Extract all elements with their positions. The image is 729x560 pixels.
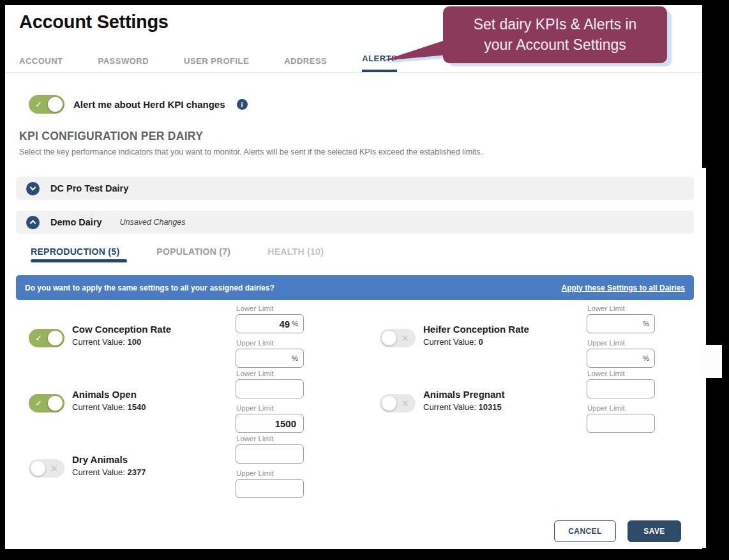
kpi-toggle[interactable]: ✕ (29, 459, 64, 478)
kpi-name: Heifer Conception Rate (423, 324, 529, 335)
dairy-name: DC Pro Test Dairy (50, 183, 128, 193)
callout-arrow (383, 35, 447, 64)
upper-limit-label: Upper Limit (236, 404, 304, 412)
kpi-row-cow-conception-rate: ✓ Cow Conception Rate Current Value: 100… (16, 303, 335, 368)
toggle-knob (31, 461, 45, 476)
chevron-up-icon[interactable] (26, 216, 40, 229)
toggle-knob (382, 396, 396, 411)
lower-limit-label: Lower Limit (587, 305, 655, 312)
percent-suffix: % (643, 320, 649, 328)
tab-reproduction[interactable]: REPRODUCTION (5) (31, 246, 119, 257)
info-icon[interactable]: i (237, 99, 248, 110)
apply-settings-banner: Do you want to apply the same settings t… (16, 275, 694, 300)
upper-limit-field (236, 414, 304, 433)
upper-limit-field: % (236, 349, 304, 368)
page-title: Account Settings (19, 11, 169, 33)
tab-bar-divider (5, 72, 702, 73)
kpi-toggle[interactable]: ✓ (29, 329, 64, 347)
kpi-row-animals-pregnant: ✕ Animals Pregnant Current Value: 10315 … (367, 368, 686, 434)
chevron-down-icon[interactable] (26, 182, 40, 195)
callout-text-line1: Set dairy KPIs & Alerts in (474, 15, 637, 34)
lower-limit-input[interactable] (239, 319, 290, 329)
toggle-knob (382, 331, 396, 345)
kpi-row-dry-animals: ✕ Dry Animals Current Value: 2377 Lower … (16, 434, 335, 499)
kpi-name: Animals Pregnant (423, 389, 505, 400)
lower-limit-input[interactable] (239, 449, 296, 460)
dairy-name: Demo Dairy (50, 217, 102, 227)
lower-limit-field (236, 379, 304, 398)
toggle-knob (48, 97, 63, 112)
cancel-button[interactable]: CANCEL (554, 520, 616, 542)
main-tab-bar: ACCOUNT PASSWORD USER PROFILE ADDRESS AL… (19, 54, 397, 72)
check-icon: ✓ (35, 399, 42, 407)
upper-limit-input[interactable] (590, 418, 647, 429)
active-tab-underline (31, 259, 127, 262)
x-icon: ✕ (401, 398, 409, 408)
tab-population[interactable]: POPULATION (7) (156, 246, 230, 257)
lower-limit-input[interactable] (239, 384, 296, 395)
kpi-row-heifer-conception-rate: ✕ Heifer Conception Rate Current Value: … (367, 303, 686, 368)
upper-limit-input[interactable] (239, 483, 296, 494)
toggle-knob (48, 396, 63, 411)
screenshot-frame: Account Settings ACCOUNT PASSWORD USER P… (0, 0, 729, 560)
kpi-configuration-description: Select the key performance indicators th… (19, 148, 483, 156)
tab-account[interactable]: ACCOUNT (19, 56, 63, 72)
lower-limit-label: Lower Limit (236, 370, 304, 377)
dairy-panel-demo-dairy[interactable]: Demo Dairy Unsaved Changes (16, 211, 694, 234)
tab-health[interactable]: HEALTH (10) (267, 246, 324, 257)
callout-tooltip: Set dairy KPIs & Alerts in your Account … (443, 6, 667, 63)
tab-address[interactable]: ADDRESS (284, 56, 327, 72)
upper-limit-input[interactable] (239, 353, 290, 364)
kpi-current-value: Current Value: 2377 (72, 467, 146, 477)
lower-limit-input[interactable] (590, 319, 641, 329)
kpi-name: Cow Conception Rate (72, 324, 171, 335)
kpi-toggle[interactable]: ✕ (380, 329, 416, 347)
herd-kpi-alert-row: ✓ Alert me about Herd KPI changes i (29, 95, 248, 114)
upper-limit-field (587, 414, 655, 433)
herd-kpi-alert-toggle[interactable]: ✓ (29, 95, 64, 114)
x-icon: ✕ (401, 333, 409, 343)
lower-limit-label: Lower Limit (236, 305, 304, 312)
banner-question: Do you want to apply the same settings t… (25, 284, 274, 292)
apply-settings-to-all-dairies-link[interactable]: Apply these Settings to all Dairies (562, 284, 685, 292)
unsaved-changes-badge: Unsaved Changes (120, 218, 186, 227)
kpi-current-value: Current Value: 1540 (72, 402, 146, 412)
kpi-configuration-heading: KPI CONFIGURATION PER DAIRY (19, 130, 203, 143)
kpi-toggle[interactable]: ✓ (29, 394, 64, 412)
kpi-category-tab-bar: REPRODUCTION (5) POPULATION (7) HEALTH (… (31, 246, 324, 257)
percent-suffix: % (292, 354, 298, 362)
callout-text-line2: your Account Settings (484, 35, 626, 55)
dairy-panel-dc-pro-test[interactable]: DC Pro Test Dairy (16, 177, 694, 200)
toggle-knob (48, 331, 63, 345)
kpi-current-value: Current Value: 10315 (423, 402, 505, 412)
upper-limit-label: Upper Limit (587, 339, 655, 347)
page-edge-notch (702, 345, 722, 378)
upper-limit-label: Upper Limit (236, 339, 304, 347)
kpi-current-value: Current Value: 100 (72, 337, 171, 347)
percent-suffix: % (292, 320, 298, 328)
upper-limit-label: Upper Limit (587, 404, 655, 412)
upper-limit-label: Upper Limit (236, 469, 304, 477)
tab-password[interactable]: PASSWORD (98, 56, 149, 72)
upper-limit-field: % (587, 349, 655, 368)
kpi-row-animals-open: ✓ Animals Open Current Value: 1540 Lower… (16, 368, 335, 434)
lower-limit-label: Lower Limit (236, 435, 304, 443)
tab-user-profile[interactable]: USER PROFILE (184, 56, 249, 72)
lower-limit-input[interactable] (590, 384, 647, 395)
kpi-name: Dry Animals (72, 454, 146, 465)
save-button[interactable]: SAVE (628, 520, 681, 542)
x-icon: ✕ (50, 464, 58, 473)
check-icon: ✓ (35, 100, 42, 109)
upper-limit-input[interactable] (239, 418, 296, 429)
lower-limit-field: % (236, 314, 304, 333)
kpi-name: Animals Open (72, 389, 146, 400)
upper-limit-field (236, 479, 304, 498)
lower-limit-field (236, 444, 304, 464)
kpi-toggle[interactable]: ✕ (380, 394, 416, 412)
herd-kpi-alert-label: Alert me about Herd KPI changes (73, 99, 225, 110)
check-icon: ✓ (35, 334, 42, 342)
upper-limit-input[interactable] (590, 353, 641, 364)
percent-suffix: % (643, 354, 649, 362)
lower-limit-label: Lower Limit (587, 370, 655, 377)
lower-limit-field: % (587, 314, 655, 333)
